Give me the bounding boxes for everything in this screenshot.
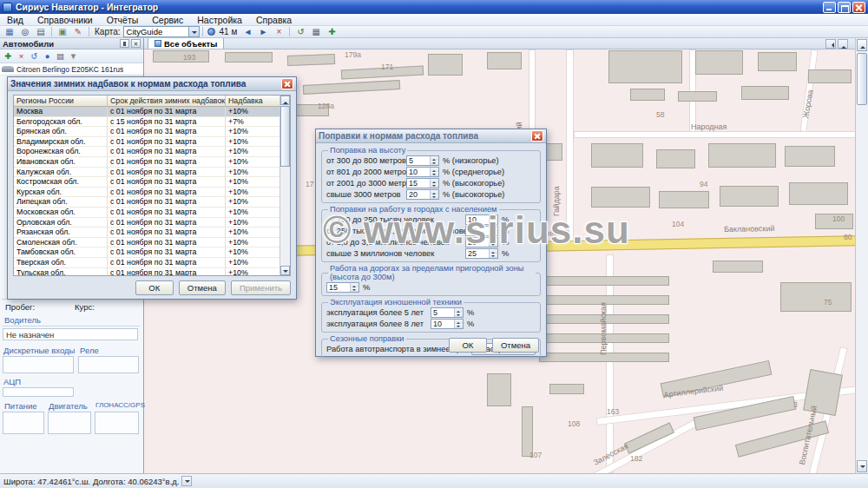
remove-vehicle-icon[interactable]: × — [15, 50, 28, 62]
menu-item[interactable]: Сервис — [145, 14, 190, 26]
table-row[interactable]: Липецкая обл.с 01 ноября по 31 марта+10% — [14, 197, 290, 208]
spinner-down-icon[interactable] — [490, 220, 497, 224]
refresh-icon[interactable]: ↺ — [28, 50, 41, 62]
spinner-input[interactable]: 15 — [465, 226, 498, 236]
table-row[interactable]: Ивановская обл.с 01 ноября по 31 марта+1… — [14, 157, 290, 168]
scroll-up-icon[interactable] — [857, 39, 867, 51]
table-row[interactable]: Смоленская обл.с 01 ноября по 31 марта+1… — [14, 238, 290, 248]
scrollbar-thumb[interactable] — [857, 53, 867, 105]
close-button[interactable] — [852, 2, 865, 13]
spinner-input[interactable]: 20 — [406, 189, 439, 200]
table-row[interactable]: Тамбовская обл.с 01 ноября по 31 марта+1… — [14, 247, 290, 258]
chevron-down-icon[interactable] — [181, 476, 192, 486]
spinner-down-icon[interactable] — [490, 242, 497, 247]
table-row[interactable]: Брянская обл.с 01 ноября по 31 марта+10% — [14, 127, 290, 137]
table-cell: Москва — [14, 107, 108, 117]
scrollbar-thumb[interactable] — [280, 106, 290, 167]
add-vehicle-icon[interactable]: ✚ — [2, 50, 15, 62]
table-row[interactable]: Тульская обл.с 01 ноября по 31 марта+10% — [14, 268, 290, 277]
tab-all-objects[interactable]: Все объекты — [148, 37, 224, 49]
cancel-button[interactable]: Отмена — [492, 338, 539, 353]
spinner-input[interactable]: 15 — [406, 178, 439, 188]
menu-item[interactable]: Справочники — [30, 14, 100, 26]
spinner-input[interactable]: 10 — [465, 214, 498, 225]
pan-up-icon[interactable] — [838, 39, 848, 49]
ok-button[interactable]: ОК — [449, 338, 487, 353]
vehicle-list-item[interactable]: Citroen Berlingo E205KC 161rus — [0, 63, 143, 76]
spinner-input[interactable]: 10 — [406, 167, 439, 177]
table-row[interactable]: Москвас 01 ноября по 31 марта+10% — [14, 107, 290, 117]
table-row[interactable]: Владимирская обл.с 01 ноября по 31 марта… — [14, 137, 290, 148]
minimize-button[interactable] — [823, 2, 836, 13]
spinner-down-icon[interactable] — [490, 231, 497, 235]
close-panel-icon[interactable] — [131, 39, 141, 48]
apply-button[interactable]: Применить — [231, 280, 291, 295]
pan-left-icon[interactable]: ◄ — [240, 26, 254, 37]
search-icon[interactable]: ◎ — [18, 26, 32, 37]
spinner-input[interactable]: 5 — [431, 307, 464, 318]
dialog-title-bar[interactable]: Значения зимних надбавок к нормам расход… — [8, 77, 296, 91]
street-label: Первомайская — [599, 302, 608, 355]
spinner-down-icon[interactable] — [431, 183, 438, 188]
filter-icon[interactable]: ▼ — [67, 50, 80, 62]
table-row[interactable]: Белгородская обл.с 15 ноября по 31 марта… — [14, 117, 290, 128]
menu-item[interactable]: Настройка — [190, 14, 249, 26]
spinner-input[interactable]: 5 — [406, 155, 439, 166]
ok-button[interactable]: ОК — [135, 280, 174, 295]
route-icon[interactable]: ↺ — [293, 26, 307, 37]
map-vertical-scrollbar[interactable] — [855, 38, 868, 473]
table-row[interactable]: Костромская обл.с 01 ноября по 31 марта+… — [14, 177, 290, 188]
table-row[interactable]: Тверская обл.с 01 ноября по 31 марта+10% — [14, 258, 290, 268]
table-cell: с 01 ноября по 31 марта — [108, 168, 226, 178]
spinner-down-icon[interactable] — [431, 172, 438, 176]
menu-item[interactable]: Отчёты — [100, 14, 146, 26]
table-column-header[interactable]: Срок действия зимних надбавок — [108, 96, 226, 107]
spinner-input[interactable]: 25 — [465, 248, 498, 259]
table-row[interactable]: Воронежская обл.с 01 ноября по 31 марта+… — [14, 147, 290, 157]
scroll-down-icon[interactable] — [280, 266, 290, 275]
add-icon[interactable]: ✚ — [325, 26, 339, 37]
spinner-down-icon[interactable] — [351, 287, 358, 292]
table-row[interactable]: Орловская обл.с 01 ноября по 31 марта+10… — [14, 218, 290, 228]
table-column-header[interactable]: Регионы России — [14, 96, 108, 107]
table-row[interactable]: Рязанская обл.с 01 ноября по 31 марта+10… — [14, 228, 290, 238]
spinner-down-icon[interactable] — [490, 254, 497, 258]
close-icon[interactable] — [531, 130, 543, 142]
spinner-down-icon[interactable] — [431, 195, 438, 199]
globe-icon[interactable]: ● — [41, 50, 54, 62]
pan-left-icon[interactable] — [825, 39, 836, 49]
print-icon[interactable]: ▤ — [34, 26, 48, 37]
chevron-down-icon[interactable] — [188, 27, 199, 36]
table-scrollbar[interactable] — [279, 96, 290, 275]
spinner-down-icon[interactable] — [431, 161, 438, 165]
map-select[interactable]: CityGuide — [123, 26, 200, 37]
dialog-title-bar[interactable]: Поправки к нормам расхода топлива — [316, 129, 546, 143]
spinner-input[interactable]: 20 — [465, 237, 498, 247]
maximize-button[interactable] — [838, 2, 851, 13]
close-icon[interactable] — [281, 78, 293, 89]
spinner-down-icon[interactable] — [455, 324, 463, 328]
menu-item[interactable]: Справка — [249, 14, 299, 26]
menu-item[interactable]: Вид — [0, 14, 30, 26]
adc-box — [3, 387, 74, 397]
edit-icon[interactable]: ✎ — [71, 26, 85, 37]
table-row[interactable]: Московская обл.с 01 ноября по 31 марта+1… — [14, 208, 290, 218]
spinner-input[interactable]: 15 — [326, 282, 359, 293]
spinner-input[interactable]: 10 — [431, 319, 464, 329]
pan-right-icon[interactable]: ► — [256, 26, 270, 37]
delete-icon[interactable]: × — [272, 26, 286, 37]
pin-icon[interactable] — [120, 39, 129, 48]
scroll-down-icon[interactable] — [857, 460, 867, 472]
monitor-icon[interactable]: ▦ — [3, 26, 16, 37]
layers-icon[interactable]: ▣ — [56, 26, 69, 37]
list-icon[interactable]: ▤ — [54, 50, 67, 62]
scroll-up-icon[interactable] — [280, 96, 290, 105]
cancel-button[interactable]: Отмена — [179, 280, 226, 295]
spinner-buttons — [489, 215, 497, 224]
table-row[interactable]: Курская обл.с 01 ноября по 31 марта+10% — [14, 188, 290, 198]
table-row[interactable]: Калужская обл.с 01 ноября по 31 марта+10… — [14, 168, 290, 178]
setting-suffix: % — [502, 227, 509, 235]
grid-icon[interactable]: ▦ — [309, 26, 323, 37]
spinner-down-icon[interactable] — [455, 313, 463, 317]
driver-value-field[interactable]: Не назначен — [3, 328, 138, 340]
